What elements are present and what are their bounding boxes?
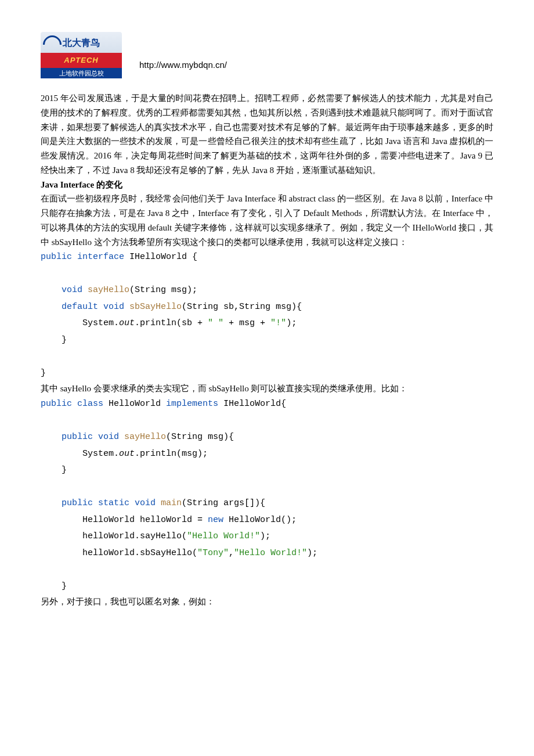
code-token: } — [41, 465, 67, 475]
code-token: (String msg){ — [166, 432, 234, 442]
paragraph-3: 其中 sayHello 会要求继承的类去实现它，而 sbSayHello 则可以… — [41, 381, 493, 396]
code-block-1: public interface IHelloWorld { void sayH… — [41, 249, 493, 381]
paragraph-1: 2015 年公司发展迅速，于是大量的时间花费在招聘上。招聘工程师，必然需要了解候… — [41, 91, 493, 178]
code-token: public static void — [41, 498, 161, 508]
code-token: ); — [307, 548, 317, 558]
code-token: "Hello World!" — [187, 531, 260, 541]
code-token: helloWorld.sayHello( — [41, 531, 187, 541]
code-token: default void — [41, 302, 129, 312]
code-token: IHelloWorld{ — [223, 399, 286, 409]
paragraph-4: 另外，对于接口，我也可以匿名对象，例如： — [41, 595, 493, 609]
logo-subtitle: 上地软件园总校 — [41, 68, 122, 78]
code-token: main — [161, 498, 182, 508]
code-token: } — [41, 581, 67, 591]
code-token: + msg + — [223, 318, 270, 328]
code-token: implements — [166, 399, 223, 409]
document-page: 北大青鸟 APTECH 上地软件园总校 http://www.mybdqn.cn… — [0, 0, 534, 756]
code-token: "Hello World!" — [234, 548, 307, 558]
body: 2015 年公司发展迅速，于是大量的时间花费在招聘上。招聘工程师，必然需要了解候… — [41, 91, 493, 609]
code-token: out — [119, 449, 135, 459]
header-url: http://www.mybdqn.cn/ — [139, 58, 227, 78]
code-token: helloWorld.sbSayHello( — [41, 548, 197, 558]
code-token: (String msg); — [129, 285, 197, 295]
code-token: ); — [286, 318, 297, 328]
code-token: HelloWorld helloWorld = — [41, 515, 208, 525]
code-token: } — [41, 368, 46, 378]
code-token: sbSayHello — [129, 302, 182, 312]
code-token: System. — [41, 449, 119, 459]
code-token: .println(sb + — [135, 318, 208, 328]
code-token: sayHello — [124, 432, 166, 442]
heading-java-interface: Java Interface 的变化 — [41, 178, 493, 192]
code-token: " " — [208, 318, 223, 328]
code-block-2: public class HelloWorld implements IHell… — [41, 396, 493, 595]
code-token: out — [119, 318, 135, 328]
code-token: System. — [41, 318, 119, 328]
code-token: public interface — [41, 252, 129, 262]
code-token: ); — [260, 531, 270, 541]
code-token: (String args[]){ — [182, 498, 265, 508]
code-token: (String sb,String msg){ — [182, 302, 302, 312]
code-token: IHelloWorld { — [129, 252, 197, 262]
code-token: .println(msg); — [135, 449, 208, 459]
code-token: "!" — [270, 318, 286, 328]
code-token: HelloWorld(); — [229, 515, 297, 525]
logo: 北大青鸟 APTECH 上地软件园总校 — [41, 32, 122, 78]
code-token: public class — [41, 399, 109, 409]
code-token: sayHello — [88, 285, 129, 295]
code-token: void — [41, 285, 88, 295]
code-token: } — [41, 335, 67, 345]
code-token: HelloWorld — [109, 399, 166, 409]
paragraph-2: 在面试一些初级程序员时，我经常会问他们关于 Java Interface 和 a… — [41, 192, 493, 249]
code-token: "Tony" — [197, 548, 229, 558]
logo-brand-en: APTECH — [41, 53, 122, 68]
code-token: public void — [41, 432, 124, 442]
code-token: new — [208, 515, 229, 525]
header: 北大青鸟 APTECH 上地软件园总校 http://www.mybdqn.cn… — [41, 32, 493, 78]
code-token: , — [229, 548, 234, 558]
